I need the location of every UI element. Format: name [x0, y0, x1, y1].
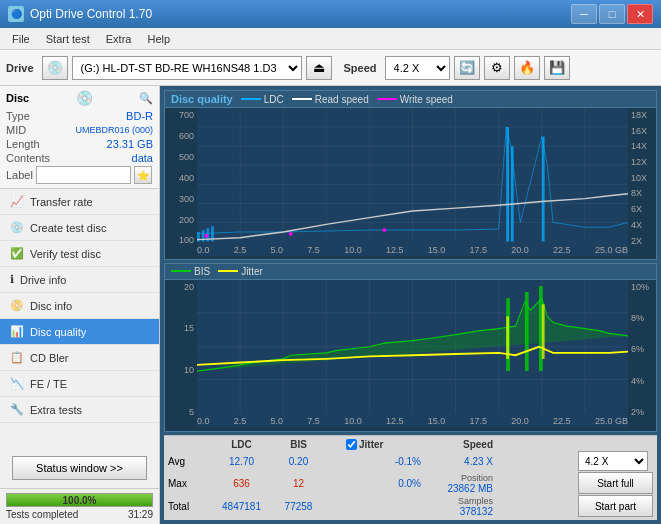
disc-label-button[interactable]: ⭐: [134, 166, 152, 184]
status-window-button[interactable]: Status window >>: [12, 456, 147, 480]
eject-button[interactable]: ⏏: [306, 56, 332, 80]
position-area: Position 23862 MB: [423, 473, 493, 494]
sidebar-item-verify-test-disc[interactable]: ✅ Verify test disc: [0, 241, 159, 267]
sidebar-item-fe-te[interactable]: 📉 FE / TE: [0, 371, 159, 397]
chart2-title-bar: BIS Jitter: [165, 264, 656, 280]
main-layout: Disc 💿 🔍 Type BD-R MID UMEBDR016 (000) L…: [0, 86, 661, 524]
legend-ldc: LDC: [241, 94, 284, 105]
legend-jitter: Jitter: [218, 266, 263, 277]
sidebar-item-disc-quality[interactable]: 📊 Disc quality: [0, 319, 159, 345]
extra-tests-icon: 🔧: [10, 403, 24, 416]
sidebar-item-drive-info[interactable]: ℹ Drive info: [0, 267, 159, 293]
menu-start-test[interactable]: Start test: [38, 31, 98, 47]
chart2-y-axis-left: 20 15 10 5: [165, 280, 197, 428]
settings-button[interactable]: ⚙: [484, 56, 510, 80]
transfer-rate-icon: 📈: [10, 195, 24, 208]
disc-label-input[interactable]: [36, 166, 131, 184]
start-part-button[interactable]: Start part: [578, 495, 653, 517]
transfer-rate-label: Transfer rate: [30, 196, 93, 208]
menu-extra[interactable]: Extra: [98, 31, 140, 47]
disc-mid-value: UMEBDR016 (000): [75, 125, 153, 135]
position-label: Position: [461, 473, 493, 483]
read-speed-color: [292, 98, 312, 100]
stats-avg-row: Avg 12.70 0.20 -0.1% 4.23 X 4.2 X: [168, 451, 653, 471]
chart2-y-axis-right: 10% 8% 6% 4% 2%: [628, 280, 656, 428]
sidebar-item-cd-bler[interactable]: 📋 CD Bler: [0, 345, 159, 371]
stats-speed-header: Speed: [423, 439, 493, 450]
start-full-button[interactable]: Start full: [578, 472, 653, 494]
sidebar-item-transfer-rate[interactable]: 📈 Transfer rate: [0, 189, 159, 215]
svg-point-22: [204, 234, 208, 238]
stats-total-row: Total 4847181 77258 Samples 378132 Start…: [168, 495, 653, 517]
disc-icon: 💿: [76, 90, 93, 106]
jitter-checkbox-row: Jitter: [346, 439, 421, 450]
menu-help[interactable]: Help: [139, 31, 178, 47]
maximize-button[interactable]: □: [599, 4, 625, 24]
drive-icon-btn[interactable]: 💿: [42, 56, 68, 80]
sidebar-item-create-test-disc[interactable]: 💿 Create test disc: [0, 215, 159, 241]
minimize-button[interactable]: ─: [571, 4, 597, 24]
total-bis: 77258: [271, 501, 326, 512]
burn-button[interactable]: 🔥: [514, 56, 540, 80]
speed-select[interactable]: 4.2 X: [385, 56, 450, 80]
disc-mid-row: MID UMEBDR016 (000): [6, 124, 153, 136]
disc-contents-value: data: [132, 152, 153, 164]
legend-ldc-label: LDC: [264, 94, 284, 105]
avg-ldc: 12.70: [214, 456, 269, 467]
disc-info-label: Disc info: [30, 300, 72, 312]
disc-contents-label: Contents: [6, 152, 50, 164]
disc-details-icon[interactable]: 🔍: [139, 92, 153, 105]
app-icon: 🔵: [8, 6, 24, 22]
sidebar-bottom: Status window >> 100.0% Tests completed …: [0, 448, 159, 524]
svg-rect-41: [542, 304, 545, 359]
stats-ldc-header: LDC: [214, 439, 269, 450]
titlebar-controls: ─ □ ✕: [571, 4, 653, 24]
jitter-label: Jitter: [359, 439, 383, 450]
disc-label-label: Label: [6, 169, 33, 181]
chart1-x-labels: 0.0 2.5 5.0 7.5 10.0 12.5 15.0 17.5 20.0…: [197, 245, 628, 256]
avg-jitter: -0.1%: [346, 456, 421, 467]
max-jitter: 0.0%: [346, 478, 421, 489]
samples-area: Samples 378132: [423, 496, 493, 517]
chart1-title-bar: Disc quality LDC Read speed Write speed: [165, 91, 656, 108]
content-area: Disc quality LDC Read speed Write speed …: [160, 86, 661, 524]
speed-dropdown[interactable]: 4.2 X: [578, 451, 648, 471]
app-title: Opti Drive Control 1.70: [30, 7, 152, 21]
speed-display: 4.23 X: [423, 456, 493, 467]
status-completed-text: Tests completed: [6, 509, 78, 520]
chart1-body: 700 600 500 400 300 200 100: [165, 108, 656, 256]
svg-rect-21: [542, 137, 545, 242]
total-ldc: 4847181: [214, 501, 269, 512]
progress-text: 100.0%: [7, 494, 152, 508]
chart2-svg: [197, 280, 628, 414]
disc-type-label: Type: [6, 110, 30, 122]
disc-header: Disc 💿 🔍: [6, 90, 153, 106]
menu-file[interactable]: File: [4, 31, 38, 47]
drive-info-label: Drive info: [20, 274, 66, 286]
drive-select[interactable]: (G:) HL-DT-ST BD-RE WH16NS48 1.D3: [72, 56, 302, 80]
svg-rect-40: [506, 316, 509, 358]
close-button[interactable]: ✕: [627, 4, 653, 24]
svg-point-23: [289, 232, 293, 236]
sidebar-item-extra-tests[interactable]: 🔧 Extra tests: [0, 397, 159, 423]
speed-label: Speed: [344, 62, 377, 74]
chart1-svg: [197, 108, 628, 242]
chart2-panel: BIS Jitter 20 15 10 5: [164, 263, 657, 433]
jitter-checkbox[interactable]: [346, 439, 357, 450]
save-button[interactable]: 💾: [544, 56, 570, 80]
avg-bis: 0.20: [271, 456, 326, 467]
legend-write-speed: Write speed: [377, 94, 453, 105]
samples-value: 378132: [460, 506, 493, 517]
disc-quality-label: Disc quality: [30, 326, 86, 338]
stats-headers: LDC BIS Jitter Speed: [168, 439, 653, 450]
samples-label: Samples: [458, 496, 493, 506]
chart2-plot: 0.0 2.5 5.0 7.5 10.0 12.5 15.0 17.5 20.0…: [197, 280, 628, 428]
stats-spacer: [328, 439, 344, 450]
sidebar: Disc 💿 🔍 Type BD-R MID UMEBDR016 (000) L…: [0, 86, 160, 524]
refresh-button[interactable]: 🔄: [454, 56, 480, 80]
chart1-plot: 0.0 2.5 5.0 7.5 10.0 12.5 15.0 17.5 20.0…: [197, 108, 628, 256]
disc-mid-label: MID: [6, 124, 26, 136]
disc-length-value: 23.31 GB: [107, 138, 153, 150]
sidebar-item-disc-info[interactable]: 📀 Disc info: [0, 293, 159, 319]
total-label: Total: [168, 501, 212, 512]
